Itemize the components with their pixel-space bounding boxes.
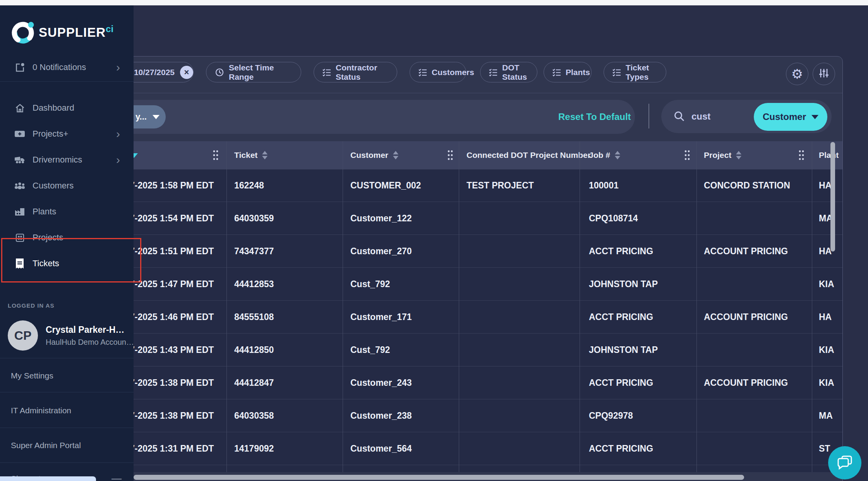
- user-org: HaulHub Demo Accoun…: [46, 338, 134, 347]
- divider: [0, 428, 134, 428]
- table-row[interactable]: 10-27-2025 1:51 PM EDT 74347377 Customer…: [134, 235, 842, 268]
- column-drag-handle[interactable]: [798, 150, 805, 162]
- avatar[interactable]: CP: [8, 320, 38, 351]
- table-row[interactable]: 10-27-2025 1:43 PM EDT 44412850 Cust_792…: [134, 334, 842, 366]
- sort-icons[interactable]: [393, 151, 398, 159]
- date-filter-label: 10/27/2025: [134, 68, 175, 77]
- divider: [648, 104, 649, 128]
- cell-plant: HA: [819, 235, 832, 267]
- home-icon: [14, 103, 26, 113]
- logged-in-as-label: LOGGED IN AS: [8, 302, 55, 309]
- column-separator: [580, 141, 580, 472]
- table-row[interactable]: 10-27-2025 1:46 PM EDT 84555108 Customer…: [134, 301, 842, 334]
- sort-icons[interactable]: [736, 151, 741, 159]
- column-header-dot-project[interactable]: Connected DOT Project Number: [467, 141, 591, 169]
- column-drag-handle[interactable]: [213, 150, 219, 162]
- column-settings-button[interactable]: [813, 63, 835, 85]
- cell-plant: MA: [819, 399, 833, 432]
- collapse-minus-icon[interactable]: —: [112, 472, 122, 481]
- checklist-icon: [612, 68, 621, 77]
- cell-date: 10-27-2025 1:54 PM EDT: [134, 202, 214, 235]
- column-separator: [459, 141, 459, 472]
- column-header-project[interactable]: Project: [704, 141, 741, 169]
- table-row[interactable]: 10-27-2025 1:58 PM EDT 162248 CUSTOMER_0…: [134, 169, 842, 202]
- column-drag-handle[interactable]: [447, 150, 453, 162]
- filter-chip-label: DOT Status: [502, 63, 537, 82]
- divider: [0, 462, 134, 463]
- sidebar-item-dashboard[interactable]: Dashboard: [0, 98, 134, 118]
- cell-dot-project: TEST PROJECT: [467, 169, 534, 202]
- divider: [134, 93, 842, 93]
- clear-date-icon[interactable]: ×: [180, 66, 193, 79]
- table-row[interactable]: 10-27-2025 1:47 PM EDT 44412853 Cust_792…: [134, 268, 842, 301]
- settings-button[interactable]: ⚙: [786, 63, 808, 85]
- ticket-plus-icon: [14, 128, 26, 139]
- cell-customer: Cust_792: [350, 268, 390, 300]
- sidebar-item-customers[interactable]: Customers: [0, 176, 134, 196]
- chevron-down-icon: [153, 115, 160, 119]
- cell-ticket: 44412853: [234, 268, 274, 300]
- table-row[interactable]: 10-27-2025 1:54 PM EDT 64030359 Customer…: [134, 202, 842, 235]
- filter-chip-plants[interactable]: Plants: [544, 62, 592, 82]
- cell-project: ACCOUNT PRICING: [704, 366, 788, 399]
- sort-icons[interactable]: [615, 151, 620, 159]
- chat-bubbles-icon: [836, 454, 854, 472]
- sidebar-item-projects-plus[interactable]: Projects+ ›: [0, 124, 134, 144]
- filter-chip-label: Select Time Range: [229, 63, 301, 82]
- filter-chip-customers[interactable]: Customers: [410, 62, 466, 82]
- column-header-plant[interactable]: Plant: [819, 141, 839, 169]
- sidebar-item-drivernomics[interactable]: Drivernomics ›: [0, 150, 134, 170]
- chat-button[interactable]: [828, 446, 861, 479]
- table-row[interactable]: 10-27-2025 1:38 PM EDT 64030358 Customer…: [134, 399, 842, 432]
- cell-customer: Customer_564: [350, 432, 412, 465]
- filter-chip-dot-status[interactable]: DOT Status: [480, 62, 537, 82]
- menu-item-my-settings[interactable]: My Settings: [11, 371, 53, 380]
- menu-item-super-admin-portal[interactable]: Super Admin Portal: [11, 441, 81, 450]
- reset-to-default-button[interactable]: Reset To Default: [558, 100, 631, 134]
- column-header-ticket[interactable]: Ticket: [234, 141, 268, 169]
- search-icon: [674, 111, 685, 122]
- search-scope-dropdown[interactable]: Customer: [754, 103, 827, 131]
- menu-item-it-administration[interactable]: IT Administration: [11, 406, 71, 415]
- cell-date: 10-27-2025 1:43 PM EDT: [134, 334, 214, 366]
- filter-chip-ticket-types[interactable]: Ticket Types: [604, 62, 666, 82]
- vertical-scrollbar[interactable]: [830, 142, 835, 252]
- cell-ticket: 64030358: [234, 399, 274, 432]
- filter-chip-select-time-range[interactable]: Select Time Range: [206, 62, 301, 82]
- clock-icon: [215, 68, 224, 77]
- top-bar: [0, 0, 868, 5]
- filter-chip-label: Plants: [566, 68, 590, 77]
- filter-chip-label: Customers: [432, 68, 474, 77]
- cell-project: ACCOUNT PRICING: [704, 301, 788, 333]
- filter-chip-contractor-status[interactable]: Contractor Status: [314, 62, 397, 82]
- filter-chip-label: Contractor Status: [336, 63, 397, 82]
- sort-icons[interactable]: [262, 151, 268, 159]
- table-row-partial: [134, 465, 842, 472]
- cell-date: 10-27-2025 1:51 PM EDT: [134, 235, 214, 267]
- sort-active-icon: [134, 153, 138, 158]
- chevron-right-icon: ›: [116, 130, 120, 138]
- column-header-job[interactable]: Job #: [589, 141, 620, 169]
- filter-chip-label: Ticket Types: [626, 63, 666, 82]
- column-header-customer[interactable]: Customer: [350, 141, 398, 169]
- table-row[interactable]: 10-27-2025 1:31 PM EDT 14179092 Customer…: [134, 432, 842, 465]
- people-icon: [14, 180, 26, 191]
- search-input[interactable]: [691, 111, 746, 122]
- column-separator: [812, 141, 812, 472]
- checklist-icon: [322, 68, 331, 77]
- table-row[interactable]: 10-27-2025 1:38 PM EDT 44412847 Customer…: [134, 366, 842, 399]
- divider: [0, 358, 134, 358]
- sidebar-item-notifications[interactable]: 0 Notifications ›: [0, 57, 134, 77]
- app-root: 10/27/2025 × Select Time Range Contracto…: [0, 0, 868, 481]
- cell-job: ACCT PRICING: [589, 432, 653, 465]
- cell-date: 10-27-2025 1:47 PM EDT: [134, 268, 214, 300]
- sidebar-item-plants[interactable]: Plants: [0, 202, 134, 222]
- cell-date: 10-27-2025 1:46 PM EDT: [134, 301, 214, 333]
- horizontal-scrollbar[interactable]: [134, 475, 744, 480]
- user-name: Crystal Parker-H…: [46, 325, 124, 335]
- notifications-icon: [14, 62, 26, 73]
- column-drag-handle[interactable]: [684, 150, 690, 162]
- table-header: Ticket Customer Connected DOT Project Nu…: [134, 141, 842, 169]
- brand-suffix: ci: [106, 24, 113, 34]
- cell-customer: CUSTOMER_002: [350, 169, 421, 202]
